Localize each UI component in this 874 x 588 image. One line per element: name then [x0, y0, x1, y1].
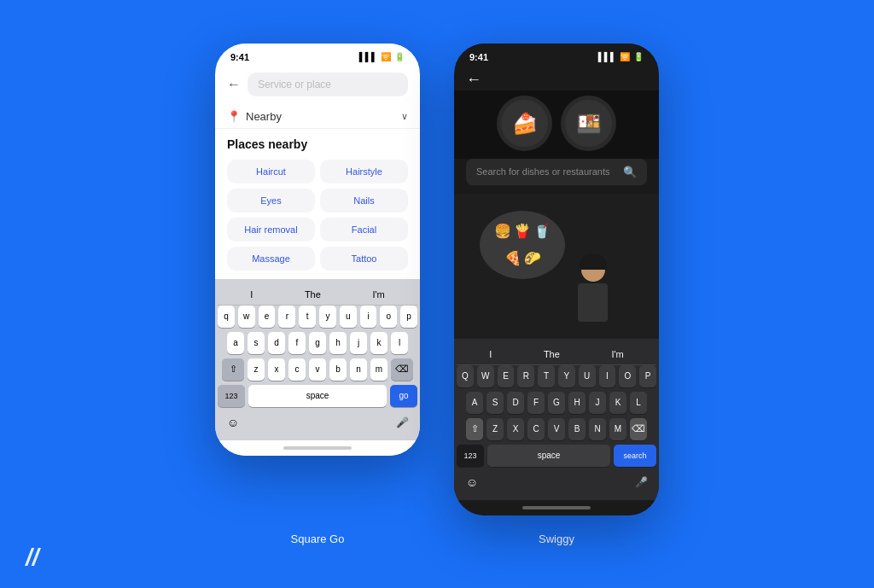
key-n[interactable]: n: [350, 358, 367, 381]
key-Z[interactable]: Z: [487, 418, 504, 440]
key-C[interactable]: C: [527, 418, 545, 440]
suggestion-the[interactable]: The: [296, 288, 329, 301]
go-key[interactable]: go: [390, 385, 417, 407]
suggestion-dark-im[interactable]: I'm: [603, 347, 632, 361]
place-chip-nails[interactable]: Nails: [320, 189, 408, 212]
shift-key[interactable]: ⇧: [222, 358, 244, 381]
home-indicator-dark: [454, 500, 659, 515]
key-r[interactable]: r: [278, 306, 295, 328]
emoji-key-light[interactable]: ☺: [218, 411, 248, 434]
key-c[interactable]: c: [288, 358, 306, 381]
space-key-dark[interactable]: space: [487, 445, 610, 467]
search-key[interactable]: search: [614, 445, 656, 467]
key-l[interactable]: l: [391, 332, 408, 354]
key-t[interactable]: t: [299, 306, 316, 328]
key-z[interactable]: z: [248, 358, 265, 381]
place-chip-tattoo[interactable]: Tattoo: [320, 247, 408, 271]
logo-icon: //: [26, 544, 39, 571]
key-F[interactable]: F: [527, 392, 545, 414]
num-key[interactable]: 123: [218, 385, 245, 407]
key-K[interactable]: K: [609, 392, 626, 414]
key-k[interactable]: k: [370, 332, 387, 354]
chevron-icon: ∨: [401, 111, 408, 122]
suggestion-im[interactable]: I'm: [364, 288, 393, 301]
key-N[interactable]: N: [589, 418, 606, 440]
signal-icon-dark: ▌▌▌: [598, 52, 616, 61]
delete-key-dark[interactable]: ⌫: [630, 418, 647, 440]
suggestion-dark-i[interactable]: I: [481, 347, 500, 361]
key-x[interactable]: x: [268, 358, 285, 381]
key-G[interactable]: G: [548, 392, 565, 414]
key-s[interactable]: s: [248, 332, 265, 354]
nearby-row[interactable]: 📍 Nearby ∨: [215, 105, 420, 129]
key-d[interactable]: d: [268, 332, 285, 354]
key-W[interactable]: W: [477, 365, 494, 387]
key-p[interactable]: p: [400, 306, 417, 328]
key-i[interactable]: i: [360, 306, 377, 328]
key-row-dark-3: ⇧ Z X C V B N M ⌫: [457, 418, 656, 440]
key-A[interactable]: A: [466, 392, 483, 414]
key-P[interactable]: P: [639, 365, 656, 387]
home-indicator-light: [215, 440, 420, 456]
num-key-dark[interactable]: 123: [457, 445, 484, 467]
key-h[interactable]: h: [329, 332, 347, 354]
illustration-container: 🍔 🍟 🥤 🍕 🌮: [471, 198, 642, 335]
key-e[interactable]: e: [259, 306, 276, 328]
mic-key-dark[interactable]: 🎤: [626, 471, 656, 493]
key-I[interactable]: I: [599, 365, 616, 387]
key-X[interactable]: X: [507, 418, 524, 440]
key-y[interactable]: y: [319, 306, 336, 328]
shift-key-dark[interactable]: ⇧: [466, 418, 483, 440]
place-chip-hairstyle[interactable]: Hairstyle: [320, 160, 408, 183]
key-V[interactable]: V: [548, 418, 565, 440]
key-v[interactable]: v: [309, 358, 326, 381]
search-input[interactable]: Service or place: [248, 73, 408, 96]
key-o[interactable]: o: [380, 306, 397, 328]
status-icons-light: ▌▌▌ 🛜 🔋: [359, 52, 405, 61]
space-key[interactable]: space: [248, 385, 387, 407]
place-chip-massage[interactable]: Massage: [227, 247, 315, 271]
key-U[interactable]: U: [579, 365, 596, 387]
key-w[interactable]: w: [238, 306, 255, 328]
key-m[interactable]: m: [370, 358, 387, 381]
key-D[interactable]: D: [507, 392, 524, 414]
key-M[interactable]: M: [609, 418, 626, 440]
suggestion-i[interactable]: I: [242, 288, 261, 301]
place-chip-eyes[interactable]: Eyes: [227, 189, 315, 212]
status-icons-dark: ▌▌▌ 🛜 🔋: [598, 52, 644, 61]
key-T[interactable]: T: [538, 365, 555, 387]
key-L[interactable]: L: [630, 392, 647, 414]
suggestion-dark-the[interactable]: The: [535, 347, 568, 361]
key-a[interactable]: a: [227, 332, 244, 354]
key-E[interactable]: E: [498, 365, 515, 387]
key-q[interactable]: q: [218, 306, 235, 328]
place-chip-hairremoval[interactable]: Hair removal: [227, 218, 315, 242]
key-f[interactable]: f: [288, 332, 306, 354]
key-u[interactable]: u: [340, 306, 357, 328]
mic-key-light[interactable]: 🎤: [387, 411, 417, 434]
nearby-left: 📍 Nearby: [227, 110, 282, 123]
key-B[interactable]: B: [568, 418, 586, 440]
back-arrow-icon[interactable]: ←: [227, 77, 241, 92]
place-chip-facial[interactable]: Facial: [320, 218, 408, 242]
key-O[interactable]: O: [619, 365, 636, 387]
key-g[interactable]: g: [309, 332, 326, 354]
key-Q[interactable]: Q: [457, 365, 474, 387]
delete-key[interactable]: ⌫: [391, 358, 413, 381]
food-plate-inner-1: 🍰: [501, 100, 548, 147]
key-Y[interactable]: Y: [558, 365, 575, 387]
key-J[interactable]: J: [589, 392, 606, 414]
back-btn-dark[interactable]: ←: [454, 66, 659, 90]
key-b[interactable]: b: [329, 358, 347, 381]
key-H[interactable]: H: [568, 392, 586, 414]
swiggy-search-bar[interactable]: Search for dishes or restaurants 🔍: [466, 159, 647, 185]
key-R[interactable]: R: [517, 365, 534, 387]
key-S[interactable]: S: [487, 392, 504, 414]
place-chip-haircut[interactable]: Haircut: [227, 160, 315, 183]
home-bar-light: [283, 446, 352, 450]
emoji-key-dark[interactable]: ☺: [457, 471, 487, 493]
bottom-logo: //: [26, 544, 39, 571]
places-grid: Haircut Hairstyle Eyes Nails Hair remova…: [227, 160, 408, 271]
food-emoji-5: 🌮: [524, 250, 541, 266]
key-j[interactable]: j: [350, 332, 367, 354]
